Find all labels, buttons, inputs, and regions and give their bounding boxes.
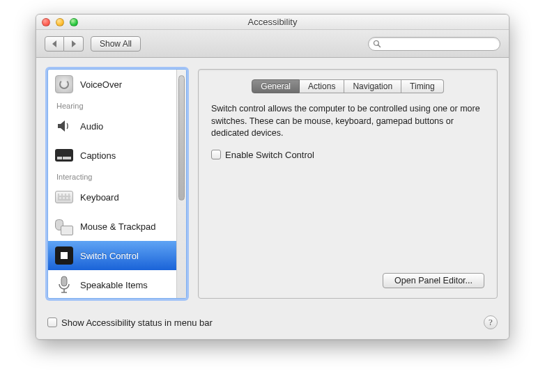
tab-label: Timing (410, 81, 435, 91)
tab-label: Navigation (353, 81, 392, 91)
sidebar-item-label: Switch Control (80, 251, 139, 261)
window-controls (36, 18, 78, 26)
sidebar-list[interactable]: VoiceOver Hearing Audio Captions Interac… (48, 70, 176, 298)
back-button[interactable] (45, 36, 64, 52)
minimize-button[interactable] (56, 18, 64, 26)
zoom-button[interactable] (70, 18, 78, 26)
sidebar-item-label: Speakable Items (80, 280, 148, 290)
content: VoiceOver Hearing Audio Captions Interac… (36, 58, 509, 310)
speaker-icon (55, 117, 73, 135)
enable-switch-control-row[interactable]: Enable Switch Control (211, 150, 484, 160)
tab-general[interactable]: General (252, 79, 300, 93)
toolbar: Show All (36, 30, 509, 58)
sidebar-item-label: Keyboard (80, 192, 119, 203)
sidebar-item-mouse-trackpad[interactable]: Mouse & Trackpad (48, 212, 176, 241)
voiceover-icon (55, 75, 73, 93)
show-all-button[interactable]: Show All (91, 36, 141, 52)
search-wrap (368, 37, 500, 51)
tab-actions[interactable]: Actions (300, 79, 344, 93)
button-label: Open Panel Editor... (394, 276, 473, 285)
sidebar-item-audio[interactable]: Audio (48, 111, 176, 141)
microphone-icon (55, 276, 73, 294)
sidebar-item-switch-control[interactable]: Switch Control (48, 241, 176, 270)
sidebar-scrollbar[interactable] (176, 70, 186, 298)
preferences-window: Accessibility Show All VoiceOver (36, 14, 509, 340)
switch-control-icon (55, 246, 73, 265)
mouse-trackpad-icon (55, 217, 73, 235)
show-all-label: Show All (100, 39, 132, 49)
help-button[interactable]: ? (484, 315, 498, 329)
enable-switch-control-checkbox[interactable] (211, 150, 221, 159)
sidebar-item-label: Audio (80, 121, 103, 132)
sidebar-item-keyboard[interactable]: Keyboard (48, 182, 176, 212)
show-status-label: Show Accessibility status in menu bar (61, 317, 213, 328)
sidebar-section-hearing: Hearing (48, 99, 176, 111)
sidebar-item-label: Captions (80, 150, 116, 161)
forward-button[interactable] (64, 36, 84, 52)
sidebar-item-voiceover[interactable]: VoiceOver (48, 70, 176, 99)
detail-pane: General Actions Navigation Timing Switch… (198, 69, 498, 299)
tabbar: General Actions Navigation Timing (211, 79, 484, 93)
svg-line-1 (378, 45, 381, 47)
window-title: Accessibility (36, 17, 509, 27)
sidebar-item-label: Mouse & Trackpad (80, 221, 155, 232)
sidebar-item-label: VoiceOver (80, 79, 122, 90)
sidebar: VoiceOver Hearing Audio Captions Interac… (47, 69, 187, 299)
footer: Show Accessibility status in menu bar ? (36, 310, 509, 339)
sidebar-item-speakable-items[interactable]: Speakable Items (48, 270, 176, 298)
scroll-thumb[interactable] (178, 75, 185, 201)
search-input[interactable] (368, 37, 500, 51)
switch-control-description: Switch control allows the computer to be… (211, 103, 484, 140)
close-button[interactable] (42, 18, 50, 26)
captions-icon (55, 146, 73, 164)
sidebar-section-interacting: Interacting (48, 170, 176, 182)
open-panel-editor-button[interactable]: Open Panel Editor... (383, 273, 484, 288)
show-status-checkbox[interactable] (47, 317, 57, 327)
titlebar: Accessibility (36, 15, 509, 30)
show-status-row[interactable]: Show Accessibility status in menu bar (47, 317, 213, 328)
sidebar-item-captions[interactable]: Captions (48, 141, 176, 170)
keyboard-icon (55, 188, 73, 206)
tab-navigation[interactable]: Navigation (344, 79, 401, 93)
tab-label: General (261, 81, 291, 91)
enable-switch-control-label: Enable Switch Control (225, 150, 314, 160)
tab-timing[interactable]: Timing (401, 79, 444, 93)
nav-buttons (45, 36, 84, 52)
search-icon (373, 40, 381, 48)
help-icon: ? (489, 317, 493, 328)
svg-rect-2 (61, 276, 67, 286)
tab-label: Actions (308, 81, 335, 91)
